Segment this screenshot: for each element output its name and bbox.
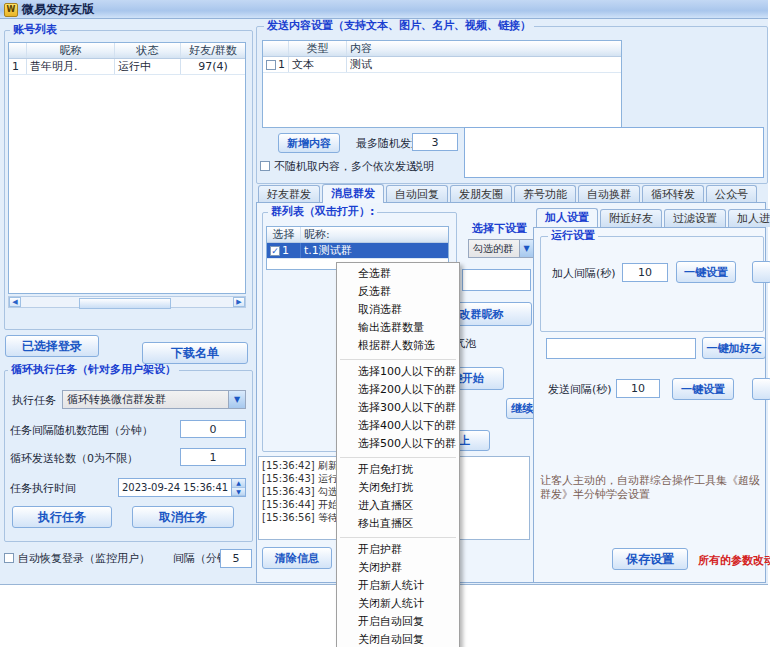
context-menu-item[interactable]: 全选群 bbox=[337, 265, 459, 283]
rounds-input[interactable]: 1 bbox=[180, 448, 246, 466]
cutoff-button-2[interactable] bbox=[752, 378, 770, 400]
content-row-check[interactable]: 1 bbox=[263, 57, 289, 72]
sub-tab[interactable]: 附近好友 bbox=[600, 209, 662, 227]
main-tab[interactable]: 自动换群 bbox=[578, 185, 640, 203]
accounts-groupbox-title: 账号列表 bbox=[10, 24, 60, 36]
add-interval-input[interactable]: 10 bbox=[622, 263, 668, 282]
clear-log-button[interactable]: 清除信息 bbox=[262, 547, 332, 569]
sub-tab[interactable]: 过滤设置 bbox=[664, 209, 726, 227]
help-link[interactable]: 说明 bbox=[412, 160, 434, 173]
group-col-select[interactable]: 选择 bbox=[267, 227, 301, 242]
context-menu-item[interactable]: 选择200人以下的群 bbox=[337, 381, 459, 399]
accounts-col-counts[interactable]: 好友/群数 bbox=[181, 43, 245, 58]
context-menu-item[interactable] bbox=[337, 533, 459, 541]
main-tab[interactable]: 消息群发 bbox=[322, 184, 384, 203]
login-selected-button[interactable]: 已选择登录 bbox=[5, 335, 99, 357]
save-settings-button[interactable]: 保存设置 bbox=[612, 548, 688, 570]
send-interval-input[interactable]: 10 bbox=[616, 379, 660, 398]
context-menu-item[interactable]: 开启自动回复 bbox=[337, 613, 459, 631]
scroll-left-icon[interactable]: ◀ bbox=[9, 297, 21, 307]
accounts-table[interactable]: 昵称 状态 好友/群数 1 昔年明月. 运行中 97(4) bbox=[8, 42, 246, 294]
sequential-send-label: 不随机取内容，多个依次发送 bbox=[274, 160, 417, 173]
download-list-button[interactable]: 下载名单 bbox=[142, 342, 248, 364]
add-friend-button[interactable]: 一键加好友 bbox=[702, 337, 766, 359]
main-tab[interactable]: 公众号 bbox=[706, 185, 757, 203]
cutoff-button-1[interactable] bbox=[752, 261, 770, 283]
chevron-down-icon[interactable]: ▼ bbox=[519, 240, 533, 257]
context-menu-item[interactable]: 关闭免打扰 bbox=[337, 479, 459, 497]
chevron-down-icon[interactable]: ▼ bbox=[228, 391, 245, 408]
context-menu-item[interactable]: 选择400人以下的群 bbox=[337, 417, 459, 435]
content-col-body[interactable]: 内容 bbox=[347, 41, 619, 56]
stepper-down-icon[interactable]: ▼ bbox=[232, 488, 245, 497]
context-menu-item[interactable] bbox=[337, 355, 459, 363]
context-menu-item[interactable]: 选择100人以下的群 bbox=[337, 363, 459, 381]
context-menu-item[interactable]: 反选群 bbox=[337, 283, 459, 301]
main-tab[interactable]: 自动回复 bbox=[386, 185, 448, 203]
scroll-thumb[interactable] bbox=[79, 298, 171, 309]
main-tab[interactable]: 养号功能 bbox=[514, 185, 576, 203]
accounts-col-status[interactable]: 状态 bbox=[115, 43, 181, 58]
run-settings-groupbox bbox=[540, 236, 764, 332]
cancel-task-button[interactable]: 取消任务 bbox=[132, 506, 234, 528]
sequential-send-checkbox[interactable] bbox=[260, 161, 270, 171]
group-row-checkbox[interactable]: ✓ bbox=[270, 246, 280, 256]
context-menu-item[interactable]: 根据群人数筛选 bbox=[337, 337, 459, 355]
friend-input[interactable] bbox=[546, 338, 696, 359]
group-search-input[interactable] bbox=[462, 269, 531, 291]
account-counts: 97(4) bbox=[181, 59, 245, 74]
context-menu-item[interactable]: 开启护群 bbox=[337, 541, 459, 559]
main-tab[interactable]: 循环转发 bbox=[642, 185, 704, 203]
add-content-button[interactable]: 新增内容 bbox=[278, 133, 340, 153]
datetime-stepper[interactable]: ▲ ▼ bbox=[231, 479, 245, 496]
account-status: 运行中 bbox=[115, 59, 181, 74]
context-menu-item[interactable]: 移出直播区 bbox=[337, 515, 459, 533]
sub-tab[interactable]: 加人进度 bbox=[728, 209, 770, 227]
sub-tab-strip: 加人设置附近好友过滤设置加人进度记录 bbox=[536, 209, 770, 227]
context-menu-item[interactable]: 开启免打扰 bbox=[337, 461, 459, 479]
account-row[interactable]: 1 昔年明月. 运行中 97(4) bbox=[9, 59, 245, 75]
accounts-col-blank bbox=[9, 43, 27, 58]
group-row-selected[interactable]: ✓ 1 t.1测试群 bbox=[267, 243, 448, 259]
run-task-button[interactable]: 执行任务 bbox=[12, 506, 112, 528]
stepper-up-icon[interactable]: ▲ bbox=[232, 479, 245, 488]
main-tab[interactable]: 发朋友圈 bbox=[450, 185, 512, 203]
content-row-checkbox[interactable] bbox=[266, 60, 276, 70]
group-row-check[interactable]: ✓ 1 bbox=[267, 243, 301, 258]
task-type-combo[interactable]: 循环转换微信群发群 ▼ bbox=[62, 390, 246, 409]
content-row-type: 文本 bbox=[289, 57, 347, 72]
context-menu-item[interactable]: 开启新人统计 bbox=[337, 577, 459, 595]
auto-relogin-checkbox[interactable] bbox=[4, 553, 14, 563]
accounts-col-nickname[interactable]: 昵称 bbox=[27, 43, 115, 58]
random-count-input[interactable]: 3 bbox=[412, 133, 458, 151]
content-col-type[interactable]: 类型 bbox=[289, 41, 347, 56]
main-tab[interactable]: 好友群发 bbox=[258, 185, 320, 203]
task-time-label: 任务执行时间 bbox=[10, 482, 76, 495]
title-bar[interactable]: W 微易发好友版 bbox=[0, 0, 768, 19]
task-interval-input[interactable]: 0 bbox=[180, 420, 246, 438]
target-select-combo[interactable]: 勾选的群 ▼ bbox=[468, 239, 534, 258]
group-col-name[interactable]: 昵称: bbox=[301, 227, 448, 242]
sub-tab[interactable]: 加人设置 bbox=[536, 208, 598, 227]
context-menu-item[interactable]: 关闭自动回复 bbox=[337, 631, 459, 647]
content-table[interactable]: 类型 内容 1 文本 测试 bbox=[262, 40, 622, 128]
context-menu-item[interactable] bbox=[337, 453, 459, 461]
context-menu-item[interactable]: 关闭新人统计 bbox=[337, 595, 459, 613]
accounts-hscrollbar[interactable]: ◀ ▶ bbox=[8, 296, 246, 308]
context-menu-item[interactable]: 选择500人以下的群 bbox=[337, 435, 459, 453]
context-menu-item[interactable]: 进入直播区 bbox=[337, 497, 459, 515]
set-add-interval-button[interactable]: 一键设置 bbox=[676, 261, 736, 283]
context-menu-item[interactable]: 关闭护群 bbox=[337, 559, 459, 577]
context-menu-item[interactable]: 输出选群数量 bbox=[337, 319, 459, 337]
task-time-input[interactable]: 2023-09-24 15:36:41 ▲ ▼ bbox=[118, 478, 246, 497]
content-table-header: 类型 内容 bbox=[263, 41, 621, 57]
context-menu-item[interactable]: 取消选群 bbox=[337, 301, 459, 319]
context-menu-item[interactable]: 选择300人以下的群 bbox=[337, 399, 459, 417]
group-row-index: 1 bbox=[282, 243, 289, 258]
content-row[interactable]: 1 文本 测试 bbox=[263, 57, 621, 73]
accounts-table-header: 昵称 状态 好友/群数 bbox=[9, 43, 245, 59]
scroll-right-icon[interactable]: ▶ bbox=[233, 297, 245, 307]
relogin-interval-input[interactable]: 5 bbox=[220, 549, 252, 568]
application-window: W 微易发好友版 账号列表 昵称 状态 好友/群数 1 昔年明月. 运行中 97… bbox=[0, 0, 770, 647]
set-send-interval-button[interactable]: 一键设置 bbox=[672, 378, 734, 400]
